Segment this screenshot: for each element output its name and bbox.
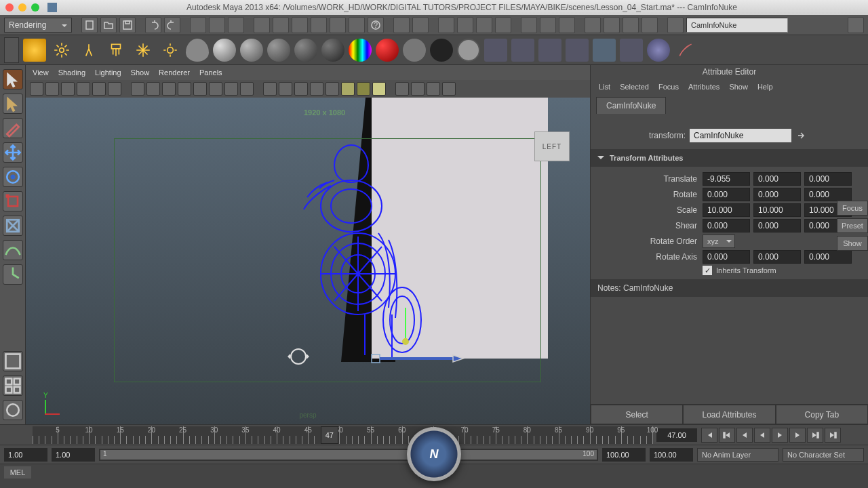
- ae-preset-button[interactable]: Preset: [837, 218, 868, 233]
- vp-wire-shaded-icon[interactable]: [310, 82, 323, 96]
- show-outliner-icon[interactable]: [604, 17, 620, 33]
- blinn-mat-icon[interactable]: [240, 39, 263, 62]
- select-by-object-icon[interactable]: [209, 17, 225, 33]
- show-graph-icon[interactable]: [623, 17, 639, 33]
- step-forward-frame-button[interactable]: [789, 428, 806, 443]
- snap-view-icon[interactable]: [349, 17, 365, 33]
- script-language-toggle[interactable]: MEL: [4, 466, 31, 479]
- select-tool[interactable]: [3, 69, 23, 89]
- translate-x-field[interactable]: -9.055: [703, 172, 750, 186]
- phonge-mat-icon[interactable]: [294, 39, 317, 62]
- vp-flat-icon[interactable]: [279, 82, 292, 96]
- undo-icon[interactable]: [145, 17, 161, 33]
- ae-show-button[interactable]: Show: [837, 236, 868, 251]
- ae-select-button[interactable]: Select: [591, 405, 683, 424]
- construction-history-icon[interactable]: [438, 17, 454, 33]
- vp-xray-joints-icon[interactable]: [427, 82, 440, 96]
- step-back-frame-button[interactable]: [736, 428, 753, 443]
- rotate-axis-x-field[interactable]: 0.000: [703, 250, 750, 264]
- vp-bookmark-icon[interactable]: [61, 82, 75, 96]
- ae-menu-show[interactable]: Show: [729, 83, 748, 91]
- select-by-component-icon[interactable]: [228, 17, 244, 33]
- history-toggle-icon[interactable]: [495, 17, 511, 33]
- select-by-hierarchy-icon[interactable]: [190, 17, 206, 33]
- paint-fx-icon[interactable]: [620, 39, 643, 62]
- vp-shadows-icon[interactable]: [357, 82, 370, 96]
- vp-menu-view[interactable]: View: [33, 68, 49, 77]
- ae-focus-button[interactable]: Focus: [837, 201, 868, 216]
- go-to-start-button[interactable]: [701, 428, 717, 443]
- save-scene-icon[interactable]: [119, 17, 136, 33]
- character-set-dropdown[interactable]: No Character Set: [783, 448, 864, 462]
- custom-layout[interactable]: [3, 400, 23, 420]
- show-manip-tool[interactable]: [3, 264, 23, 285]
- shear-y-field[interactable]: 0.000: [753, 219, 801, 232]
- anim-start-field[interactable]: 1.00: [4, 448, 47, 462]
- new-scene-icon[interactable]: [81, 17, 98, 33]
- vp-image-plane-icon[interactable]: [77, 82, 90, 96]
- rotate-axis-y-field[interactable]: 0.000: [753, 250, 801, 264]
- volume-light-icon[interactable]: [132, 39, 155, 62]
- anisotropic-mat-icon[interactable]: [321, 39, 344, 62]
- rotate-z-field[interactable]: 0.000: [804, 188, 852, 201]
- make-live-icon[interactable]: [393, 17, 410, 33]
- input-connections-icon[interactable]: [412, 17, 429, 33]
- vp-expose-icon[interactable]: [442, 82, 456, 96]
- zoom-window-icon[interactable]: [31, 3, 39, 12]
- ipr-render-icon[interactable]: [540, 17, 556, 33]
- soft-mod-tool[interactable]: [3, 240, 23, 260]
- vp-hq-icon[interactable]: [372, 82, 386, 96]
- rotate-order-dropdown[interactable]: xyz: [703, 235, 735, 248]
- snap-live-icon[interactable]: [330, 17, 346, 33]
- notes-section[interactable]: Notes: CamInfoNuke: [591, 279, 868, 297]
- history-off-icon[interactable]: [476, 17, 492, 33]
- hypershade-icon[interactable]: [566, 39, 589, 62]
- scale-x-field[interactable]: 10.000: [703, 203, 750, 217]
- ae-copy-tab-button[interactable]: Copy Tab: [776, 405, 868, 424]
- point-light-icon[interactable]: [50, 39, 73, 62]
- single-pane-layout[interactable]: [3, 351, 23, 371]
- selection-name-field[interactable]: CamInfoNuke: [686, 18, 788, 33]
- play-forward-button[interactable]: [772, 428, 788, 443]
- layered-mat-icon[interactable]: [376, 39, 399, 62]
- snap-plane-icon[interactable]: [311, 17, 327, 33]
- directional-light-icon[interactable]: [23, 39, 46, 62]
- ae-menu-help[interactable]: Help: [757, 83, 773, 91]
- ramp-mat-icon[interactable]: [349, 39, 372, 62]
- vp-menu-shading[interactable]: Shading: [58, 68, 85, 77]
- ae-tab-caminfonuke[interactable]: CamInfoNuke: [596, 97, 666, 114]
- render-globals-icon[interactable]: [538, 39, 561, 62]
- vp-gate-mask-icon[interactable]: [178, 82, 191, 96]
- rotate-x-field[interactable]: 0.000: [703, 188, 750, 201]
- translate-y-field[interactable]: 0.000: [753, 172, 801, 186]
- lasso-tool[interactable]: [3, 94, 23, 114]
- render-current-icon[interactable]: [521, 17, 537, 33]
- vp-shaded-icon[interactable]: [294, 82, 308, 96]
- open-scene-icon[interactable]: [100, 17, 117, 33]
- vp-lights-icon[interactable]: [341, 82, 355, 96]
- 3dpaint-icon[interactable]: [647, 39, 670, 62]
- move-tool[interactable]: [3, 142, 23, 163]
- brush-icon[interactable]: [674, 39, 697, 62]
- inherits-transform-checkbox[interactable]: ✓: [703, 266, 712, 275]
- viewport-3d[interactable]: 1920 x 1080: [26, 98, 590, 424]
- translate-z-field[interactable]: 0.000: [804, 172, 852, 186]
- transform-name-field[interactable]: CamInfoNuke: [690, 129, 791, 142]
- viewcube[interactable]: LEFT: [534, 131, 570, 161]
- vp-menu-panels[interactable]: Panels: [199, 68, 222, 77]
- range-slider[interactable]: 1 100: [99, 449, 598, 461]
- vp-safe-action-icon[interactable]: [209, 82, 222, 96]
- vp-wireframe-icon[interactable]: [240, 82, 254, 96]
- render-view-icon[interactable]: [484, 39, 507, 62]
- shelf-tabs-toggle[interactable]: [4, 37, 19, 63]
- snap-point-icon[interactable]: [292, 17, 308, 33]
- playback-start-field[interactable]: 1.00: [52, 448, 95, 462]
- step-forward-key-button[interactable]: [807, 428, 823, 443]
- module-dropdown[interactable]: Rendering: [4, 18, 72, 33]
- ae-menu-list[interactable]: List: [599, 83, 610, 91]
- shear-x-field[interactable]: 0.000: [703, 219, 750, 232]
- usebg-mat-icon[interactable]: [457, 39, 480, 62]
- close-window-icon[interactable]: [5, 3, 14, 12]
- vp-2d-pan-icon[interactable]: [92, 82, 106, 96]
- shading-mat-icon[interactable]: [430, 39, 453, 62]
